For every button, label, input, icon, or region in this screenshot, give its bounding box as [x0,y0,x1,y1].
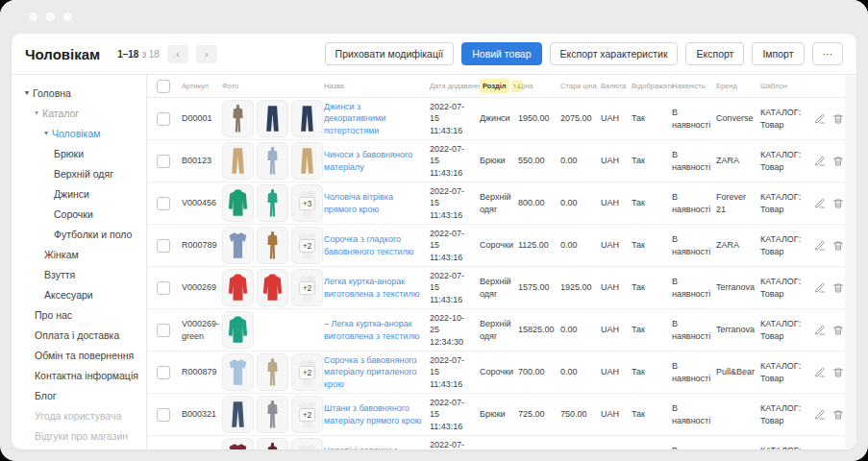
edit-icon[interactable] [814,367,826,378]
more-actions-button[interactable]: ··· [812,42,844,65]
header-button-2[interactable]: Експорт характеристик [550,42,679,65]
edit-icon[interactable] [814,325,826,336]
product-name-link[interactable]: Чоловіча вітрівка прямого крою [324,191,430,214]
sidebar-item-5[interactable]: Джинси [12,183,146,204]
shirt-photo-thumbnail[interactable] [222,353,254,391]
delete-icon[interactable] [832,240,844,252]
figure-photo-thumbnail[interactable] [257,396,288,433]
row-checkbox[interactable] [157,281,170,295]
sidebar-item-11[interactable]: Про нас [12,304,146,325]
header-button-1[interactable]: Новий товар [461,42,541,65]
edit-icon[interactable] [814,409,826,421]
select-all-checkbox[interactable] [157,80,170,93]
row-checkbox[interactable] [157,408,170,422]
edit-icon[interactable] [814,282,826,294]
delete-icon[interactable] [832,409,844,421]
more-photos-thumbnail[interactable]: +3 [291,184,323,222]
figure-photo-thumbnail[interactable] [222,100,254,137]
column-header-10[interactable]: Бренд [716,82,760,90]
sidebar-item-4[interactable]: Верхній одяг [12,163,146,183]
product-name-link[interactable]: Джинси з декоративними потертостями [324,101,430,135]
sidebar-item-3[interactable]: Брюки [12,143,146,163]
jacket-photo-thumbnail[interactable] [222,269,254,306]
jacket-photo-thumbnail[interactable] [257,269,288,306]
shirt-photo-thumbnail[interactable] [222,227,254,264]
close-button[interactable] [29,12,37,21]
pants-photo-thumbnail[interactable] [222,396,254,433]
sidebar-item-8[interactable]: Жінкам [12,244,146,264]
shirt-photo-thumbnail[interactable] [222,438,254,449]
more-photos-thumbnail[interactable]: +2 [291,396,323,433]
column-header-9[interactable]: Наявність [672,82,716,90]
column-header-6[interactable]: Стара ціна [560,82,601,90]
delete-icon[interactable] [832,113,844,125]
more-photos-thumbnail[interactable]: +2 [291,227,323,264]
sidebar-item-13[interactable]: Обмін та повернення [12,345,146,365]
sidebar-item-6[interactable]: Сорочки [12,204,146,224]
column-header-0[interactable]: Артикул [182,82,222,90]
scrollbar[interactable] [845,75,856,449]
figure-photo-thumbnail[interactable] [257,184,288,222]
sidebar-item-9[interactable]: Взуття [12,264,146,284]
product-name-link[interactable]: – Легка куртка-анорак виготовлена з текс… [324,318,430,341]
sidebar-item-17[interactable]: Відгуки про магазин [12,425,146,446]
edit-icon[interactable] [814,240,826,252]
product-name-link[interactable]: Чоловічі сорочки з легкого текстилю [324,445,430,449]
minimize-button[interactable] [46,12,55,21]
sidebar-item-16[interactable]: Угода користувача [12,405,146,425]
product-name-link[interactable]: Чиноси з бавовняного матеріалу [324,149,430,172]
more-photos-thumbnail[interactable]: +2 [291,269,323,306]
maximize-button[interactable] [63,12,72,21]
row-checkbox[interactable] [157,197,170,210]
column-header-3[interactable]: Дата додавання [430,82,480,90]
delete-icon[interactable] [832,367,844,378]
edit-icon[interactable] [814,156,826,167]
more-photos-thumbnail[interactable]: +2 [291,438,323,449]
figure-photo-thumbnail[interactable] [257,353,288,391]
sidebar-item-18[interactable]: Мапа сайту [12,446,146,449]
column-header-4[interactable]: Розділ↑↓ [480,79,518,93]
jacket-photo-thumbnail[interactable] [222,184,254,222]
figure-photo-thumbnail[interactable] [257,227,288,264]
edit-icon[interactable] [814,198,826,209]
pants-photo-thumbnail[interactable] [257,100,288,137]
delete-icon[interactable] [832,282,844,294]
sidebar-item-7[interactable]: Футболки и поло [12,224,146,244]
figure-photo-thumbnail[interactable] [257,438,288,449]
jacket-photo-thumbnail[interactable] [222,311,254,349]
delete-icon[interactable] [832,325,844,336]
more-photos-thumbnail[interactable]: +2 [291,353,323,391]
sidebar-item-2[interactable]: ▾Чоловікам [12,123,146,143]
column-header-8[interactable]: Відображати [632,82,672,90]
column-header-2[interactable]: Назва [324,82,430,90]
sidebar-item-0[interactable]: ▾Головна [12,83,146,103]
product-name-link[interactable]: Штани з бавовняного матеріалу прямого кр… [324,402,430,425]
header-button-4[interactable]: Імпорт [752,42,804,65]
column-header-5[interactable]: Ціна [518,82,560,90]
delete-icon[interactable] [832,156,844,167]
row-checkbox[interactable] [157,366,170,379]
pants-photo-thumbnail[interactable] [222,142,254,180]
next-page-button[interactable]: › [196,45,217,63]
header-button-0[interactable]: Приховати модифікації [325,42,455,65]
pants-photo-thumbnail[interactable] [291,142,323,180]
product-name-link[interactable]: Сорочка з бавовняного матеріалу притален… [324,354,430,389]
row-checkbox[interactable] [157,239,170,253]
sidebar-item-12[interactable]: Оплата і доставка [12,325,146,345]
delete-icon[interactable] [832,198,844,209]
column-header-11[interactable]: Шаблон [760,82,814,90]
column-header-1[interactable]: Фото [222,82,324,90]
row-checkbox[interactable] [157,324,170,337]
edit-icon[interactable] [814,113,826,125]
prev-page-button[interactable]: ‹ [167,45,188,63]
product-name-link[interactable]: Сорочка з гладкого бавовняного текстилю [324,233,430,256]
sidebar-item-10[interactable]: Аксесуари [12,284,146,304]
row-checkbox[interactable] [157,112,170,126]
sidebar-item-15[interactable]: Блог [12,385,146,405]
pants-photo-thumbnail[interactable] [291,100,323,137]
product-name-link[interactable]: Легка куртка-анорак виготовлена з тексти… [324,276,430,299]
column-header-7[interactable]: Валюта [601,82,632,90]
row-checkbox[interactable] [157,155,170,168]
sidebar-item-1[interactable]: ▾Каталог [12,103,146,123]
figure-photo-thumbnail[interactable] [257,142,288,180]
